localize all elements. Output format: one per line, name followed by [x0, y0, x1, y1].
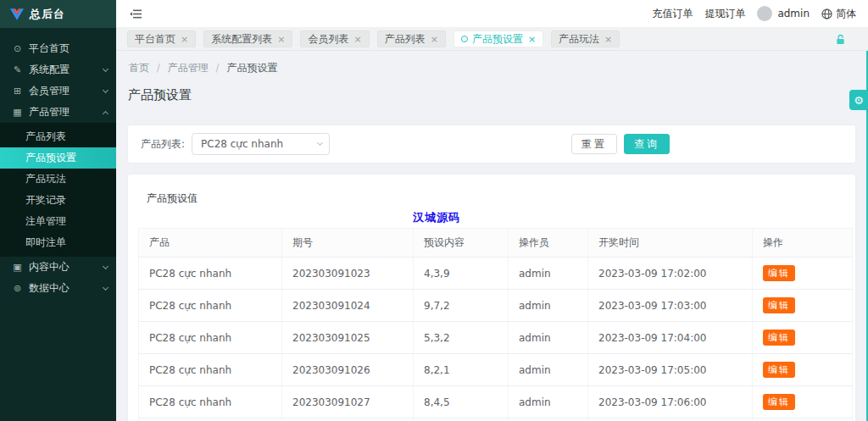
close-icon[interactable]: × — [277, 34, 285, 45]
modules-icon: ▦ — [11, 107, 24, 118]
cell-draw-time: 2023-03-09 17:03:00 — [588, 290, 753, 322]
sidebar-item-data-center[interactable]: ⊚ 数据中心 — [0, 278, 116, 299]
edit-square-icon: ✎ — [11, 64, 24, 75]
sidebar-item-product-mgmt[interactable]: ▦ 产品管理 — [0, 102, 116, 123]
chevron-down-icon — [103, 86, 108, 92]
language-switcher[interactable]: 简体 — [821, 7, 856, 21]
close-icon[interactable]: × — [604, 34, 612, 45]
search-button[interactable]: 查询 — [624, 134, 670, 154]
table-row: PC28 cực nhanh 202303091028 7,4,5 admin … — [139, 418, 853, 421]
withdraw-orders-link[interactable]: 提现订单 — [704, 7, 745, 21]
tab-system-config-list[interactable]: 系统配置列表 × — [203, 30, 292, 47]
preset-table: 产品 期号 预设内容 操作员 开奖时间 操作 PC28 cực nhanh 20… — [138, 228, 853, 421]
sidebar-item-live-bets[interactable]: 即时注单 — [0, 232, 116, 253]
col-preset: 预设内容 — [414, 229, 509, 258]
filter-buttons: 重置 查询 — [571, 134, 670, 154]
circle-icon: ⊚ — [11, 283, 24, 294]
sidebar-item-bet-mgmt[interactable]: 注单管理 — [0, 211, 116, 232]
sidebar-item-content-center[interactable]: ▣ 内容中心 — [0, 257, 116, 278]
table-row: PC28 cực nhanh 202303091026 8,2,1 admin … — [139, 354, 853, 386]
chevron-down-icon — [103, 284, 108, 290]
cell-preset: 5,3,2 — [414, 322, 509, 354]
page-content: 首页 / 产品管理 / 产品预设置 产品预设置 产品列表: PC28 cực n… — [116, 52, 868, 421]
cell-issue: 202303091028 — [282, 418, 414, 421]
top-header: 充值订单 提现订单 admin 简体 — [116, 0, 868, 28]
table-row: PC28 cực nhanh 202303091023 4,3,9 admin … — [139, 258, 853, 290]
cell-product: PC28 cực nhanh — [139, 322, 282, 354]
col-draw-time: 开奖时间 — [588, 229, 753, 258]
cell-draw-time: 2023-03-09 17:06:00 — [588, 386, 753, 418]
tab-product-play[interactable]: 产品玩法 × — [551, 30, 620, 47]
close-icon[interactable]: × — [528, 34, 536, 45]
col-action: 操作 — [753, 229, 853, 258]
product-list-label: 产品列表: — [141, 137, 185, 152]
tab-member-list[interactable]: 会员列表 × — [300, 30, 369, 47]
edit-button[interactable]: 编辑 — [763, 362, 795, 378]
product-select[interactable]: PC28 cực nhanh — [192, 133, 330, 155]
product-select-value: PC28 cực nhanh — [201, 138, 318, 150]
col-issue: 期号 — [282, 229, 414, 258]
screen-lock-button[interactable] — [835, 34, 846, 45]
reset-button[interactable]: 重置 — [571, 134, 617, 154]
cell-issue: 202303091027 — [282, 386, 414, 418]
sidebar-item-member-mgmt[interactable]: ⊞ 会员管理 — [0, 80, 116, 102]
product-mgmt-submenu: 产品列表 产品预设置 产品玩法 开奖记录 注单管理 即时注单 — [0, 123, 116, 257]
cell-action: 编辑 — [753, 322, 853, 354]
cell-preset: 9,7,2 — [414, 290, 509, 322]
language-label: 简体 — [836, 7, 856, 21]
close-icon[interactable]: × — [353, 34, 361, 45]
breadcrumb-product-mgmt[interactable]: 产品管理 — [168, 62, 209, 74]
header-right: 充值订单 提现订单 admin 简体 — [652, 6, 856, 21]
breadcrumb-home[interactable]: 首页 — [129, 62, 149, 74]
cell-issue: 202303091023 — [282, 258, 414, 290]
cell-action: 编辑 — [753, 354, 853, 386]
breadcrumb-current: 产品预设置 — [226, 62, 277, 74]
edit-button[interactable]: 编辑 — [763, 394, 795, 410]
tab-platform-home[interactable]: 平台首页 × — [127, 30, 196, 47]
home-icon: ⊙ — [11, 43, 24, 54]
table-row: PC28 cực nhanh 202303091027 8,4,5 admin … — [139, 386, 853, 418]
cell-operator: admin — [509, 386, 588, 418]
cell-action: 编辑 — [753, 290, 853, 322]
watermark: 汉城源码 — [413, 210, 460, 225]
unlock-icon — [835, 34, 846, 45]
recharge-orders-link[interactable]: 充值订单 — [652, 7, 693, 21]
tab-product-list[interactable]: 产品列表 × — [377, 30, 446, 47]
cell-preset: 8,4,5 — [414, 386, 509, 418]
logo-bar: 总后台 — [0, 0, 116, 28]
sidebar-item-product-play[interactable]: 产品玩法 — [0, 169, 116, 190]
cell-product: PC28 cực nhanh — [139, 290, 282, 322]
cell-product: PC28 cực nhanh — [139, 386, 282, 418]
sidebar-fold-icon[interactable] — [130, 8, 142, 19]
table-row: PC28 cực nhanh 202303091025 5,3,2 admin … — [139, 322, 853, 354]
user-menu[interactable]: admin — [757, 6, 810, 21]
cell-draw-time: 2023-03-09 17:02:00 — [588, 258, 753, 290]
sidebar-item-system-config[interactable]: ✎ 系统配置 — [0, 59, 116, 80]
cell-draw-time: 2023-03-09 17:07:00 — [588, 418, 753, 421]
sidebar-item-product-list[interactable]: 产品列表 — [0, 126, 116, 147]
chevron-up-icon — [103, 110, 108, 116]
tabs-bar: 平台首页 × 系统配置列表 × 会员列表 × 产品列表 × 产品预设置 × 产品… — [116, 28, 868, 51]
sidebar-item-draw-records[interactable]: 开奖记录 — [0, 190, 116, 211]
cell-issue: 202303091024 — [282, 290, 414, 322]
tab-product-preset[interactable]: 产品预设置 × — [453, 30, 543, 47]
cell-issue: 202303091026 — [282, 354, 414, 386]
document-icon: ▣ — [11, 262, 24, 273]
chevron-down-icon — [103, 263, 108, 269]
sidebar-item-product-preset[interactable]: 产品预设置 — [0, 147, 116, 169]
gear-icon: ⚙ — [854, 94, 864, 107]
close-icon[interactable]: × — [431, 34, 438, 45]
sidebar-item-platform-home[interactable]: ⊙ 平台首页 — [0, 38, 116, 59]
globe-icon — [821, 8, 832, 19]
close-icon[interactable]: × — [181, 34, 188, 45]
edit-button[interactable]: 编辑 — [763, 297, 795, 313]
edit-button[interactable]: 编辑 — [763, 265, 795, 281]
table-row: PC28 cực nhanh 202303091024 9,7,2 admin … — [139, 290, 853, 322]
app-logo-icon — [10, 8, 24, 20]
cell-product: PC28 cực nhanh — [139, 258, 282, 290]
avatar — [757, 6, 772, 21]
breadcrumb: 首页 / 产品管理 / 产品预设置 — [129, 61, 855, 75]
settings-gear-button[interactable]: ⚙ — [849, 90, 868, 110]
edit-button[interactable]: 编辑 — [763, 330, 795, 346]
grid-icon: ⊞ — [11, 86, 24, 97]
